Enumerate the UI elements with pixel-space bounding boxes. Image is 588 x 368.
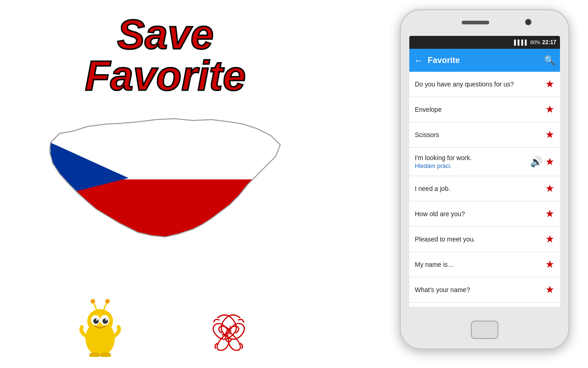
- item-content: Scissors: [415, 131, 545, 138]
- title-favorite: Favorite: [85, 55, 246, 97]
- item-icons: ★: [545, 129, 554, 141]
- favorite-star-icon[interactable]: ★: [545, 156, 554, 168]
- item-content: I need a job.: [415, 185, 545, 192]
- list-item[interactable]: Do you have any questions for us?★: [409, 72, 560, 97]
- item-icons: ★: [545, 104, 554, 115]
- list-item[interactable]: Envelope★: [409, 97, 560, 122]
- item-content: Envelope: [415, 106, 545, 113]
- title-container: Save Favorite: [85, 14, 246, 97]
- favorite-star-icon[interactable]: ★: [545, 259, 554, 270]
- favorite-star-icon[interactable]: ★: [545, 78, 554, 90]
- item-main-text: Do you have any questions for us?: [415, 80, 545, 88]
- item-content: My name is…: [415, 261, 545, 268]
- svg-point-13: [90, 299, 95, 304]
- app-title: Favorite: [428, 56, 539, 65]
- item-icons: 🔊★: [530, 156, 554, 168]
- list-item[interactable]: My name is…★: [409, 252, 560, 277]
- item-main-text: Pleased to meet you.: [415, 236, 545, 243]
- favorite-star-icon[interactable]: ★: [545, 183, 554, 195]
- list-item[interactable]: What's your name?★: [409, 277, 560, 303]
- item-icons: ★: [545, 78, 554, 90]
- phone-mockup: ▌▌▌▌ 80% 22:17 ← Favorite 🔍 Do you have …: [400, 9, 574, 359]
- home-button[interactable]: [471, 321, 498, 339]
- svg-point-11: [105, 319, 107, 321]
- svg-point-10: [96, 319, 98, 321]
- item-icons: ★: [545, 208, 554, 220]
- status-bar: ▌▌▌▌ 80% 22:17: [409, 36, 560, 49]
- favorite-star-icon[interactable]: ★: [545, 208, 554, 220]
- yellow-mascot: [77, 297, 123, 359]
- item-content: I'm looking for work.Hledám práci.: [415, 154, 530, 169]
- list-item[interactable]: I need a job.★: [409, 176, 560, 201]
- item-sub-text: Hledám práci.: [415, 162, 530, 169]
- favorite-star-icon[interactable]: ★: [545, 104, 554, 115]
- item-content: Do you have any questions for us?: [415, 80, 545, 88]
- favorite-star-icon[interactable]: ★: [545, 233, 554, 245]
- item-main-text: I'm looking for work.: [415, 154, 530, 161]
- item-content: Pleased to meet you.: [415, 236, 545, 243]
- item-icons: ★: [545, 259, 554, 270]
- item-icons: ★: [545, 284, 554, 296]
- item-main-text: What's your name?: [415, 286, 545, 293]
- list-item[interactable]: Pleased to meet you.★: [409, 227, 560, 252]
- phone-camera: [525, 19, 531, 25]
- item-content: What's your name?: [415, 286, 545, 293]
- list-item[interactable]: I'm looking for work.Hledám práci.🔊★: [409, 148, 560, 176]
- battery-indicator: 80%: [530, 40, 540, 45]
- item-content: How old are you?: [415, 210, 545, 218]
- item-icons: ★: [545, 233, 554, 245]
- phone-speaker: [462, 21, 489, 24]
- svg-point-15: [105, 299, 110, 304]
- item-main-text: Envelope: [415, 106, 545, 113]
- item-main-text: How old are you?: [415, 210, 545, 218]
- item-icons: ★: [545, 183, 554, 195]
- favorites-list: Do you have any questions for us?★Envelo…: [409, 72, 560, 307]
- list-item[interactable]: Where are you from?★: [409, 303, 560, 307]
- item-main-text: Scissors: [415, 131, 545, 138]
- swirl-mascot: 𝄞: [204, 306, 254, 359]
- map-container: [37, 106, 294, 253]
- svg-text:𝄞: 𝄞: [226, 325, 231, 336]
- signal-icon: ▌▌▌▌: [514, 40, 528, 45]
- svg-point-9: [102, 318, 108, 324]
- favorite-star-icon[interactable]: ★: [545, 284, 554, 296]
- item-main-text: I need a job.: [415, 185, 545, 192]
- list-item[interactable]: How old are you?★: [409, 201, 560, 227]
- phone-body: ▌▌▌▌ 80% 22:17 ← Favorite 🔍 Do you have …: [400, 9, 570, 350]
- back-button[interactable]: ←: [414, 55, 423, 66]
- audio-icon[interactable]: 🔊: [530, 156, 543, 168]
- search-button[interactable]: 🔍: [544, 55, 555, 66]
- czech-republic-map: [37, 106, 294, 253]
- left-panel: Save Favorite: [0, 0, 331, 368]
- app-header: ← Favorite 🔍: [409, 49, 560, 72]
- time-display: 22:17: [542, 39, 556, 46]
- title-save: Save: [85, 14, 246, 55]
- item-main-text: My name is…: [415, 261, 545, 268]
- list-item[interactable]: Scissors★: [409, 122, 560, 148]
- phone-screen: ▌▌▌▌ 80% 22:17 ← Favorite 🔍 Do you have …: [409, 36, 560, 307]
- favorite-star-icon[interactable]: ★: [545, 129, 554, 141]
- mascots-container: 𝄞: [0, 297, 331, 359]
- svg-point-8: [93, 318, 99, 324]
